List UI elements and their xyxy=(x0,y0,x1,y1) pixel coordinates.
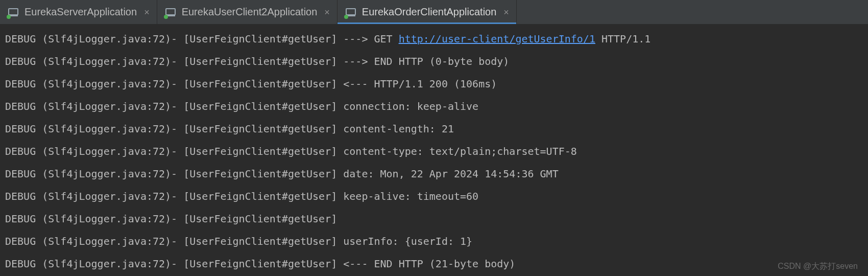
log-line: DEBUG (Slf4jLogger.java:72)- [UserFeignC… xyxy=(5,230,863,252)
log-line: DEBUG (Slf4jLogger.java:72)- [UserFeignC… xyxy=(5,73,863,95)
close-icon[interactable]: × xyxy=(144,8,150,17)
svg-rect-4 xyxy=(346,9,355,15)
run-config-icon xyxy=(164,6,177,18)
log-line: DEBUG (Slf4jLogger.java:72)- [UserFeignC… xyxy=(5,252,863,275)
close-icon[interactable]: × xyxy=(503,8,509,17)
tab-eureka-order-client[interactable]: EurekaOrderClientApplication × xyxy=(337,0,517,24)
log-line: DEBUG (Slf4jLogger.java:72)- [UserFeignC… xyxy=(5,140,863,163)
tab-label: EurekaUserClient2Application xyxy=(182,6,318,18)
log-line: DEBUG (Slf4jLogger.java:72)- [UserFeignC… xyxy=(5,185,863,208)
console-output[interactable]: DEBUG (Slf4jLogger.java:72)- [UserFeignC… xyxy=(0,25,868,276)
log-link[interactable]: http://user-client/getUserInfo/1 xyxy=(399,33,595,45)
log-line: DEBUG (Slf4jLogger.java:72)- [UserFeignC… xyxy=(5,208,863,230)
svg-rect-2 xyxy=(166,9,175,15)
log-line: DEBUG (Slf4jLogger.java:72)- [UserFeignC… xyxy=(5,163,863,185)
tab-eureka-server[interactable]: EurekaServerApplication × xyxy=(0,0,157,24)
close-icon[interactable]: × xyxy=(324,8,330,17)
run-config-icon xyxy=(345,6,357,18)
tab-label: EurekaServerApplication xyxy=(25,6,137,18)
svg-rect-0 xyxy=(9,9,18,15)
log-line: DEBUG (Slf4jLogger.java:72)- [UserFeignC… xyxy=(5,50,863,73)
tab-label: EurekaOrderClientApplication xyxy=(362,6,496,18)
log-line: DEBUG (Slf4jLogger.java:72)- [UserFeignC… xyxy=(5,95,863,118)
log-line: DEBUG (Slf4jLogger.java:72)- [UserFeignC… xyxy=(5,28,863,50)
watermark: CSDN @大苏打seven xyxy=(778,261,858,272)
log-line: DEBUG (Slf4jLogger.java:72)- [UserFeignC… xyxy=(5,118,863,140)
tab-bar: EurekaServerApplication × EurekaUserClie… xyxy=(0,0,868,25)
tab-eureka-user-client2[interactable]: EurekaUserClient2Application × xyxy=(157,0,337,24)
run-config-icon xyxy=(7,6,19,18)
tab-bar-filler xyxy=(517,0,868,24)
